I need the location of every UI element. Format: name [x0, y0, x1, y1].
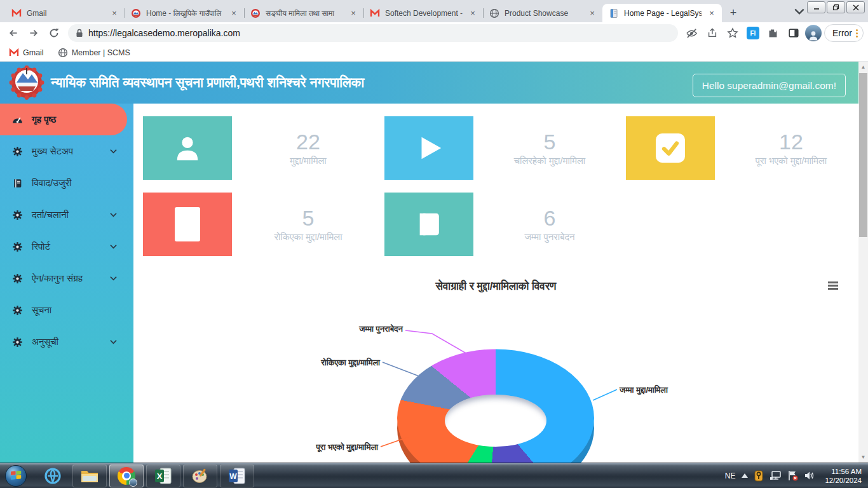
- action-center-flag-icon[interactable]: [787, 470, 798, 481]
- network-tray-icon[interactable]: [770, 471, 781, 481]
- chevron-down-icon: [110, 339, 117, 344]
- bookmarks-bar: Gmail Member | SCMS: [0, 44, 868, 62]
- profile-avatar[interactable]: [805, 25, 822, 41]
- sidebar-item[interactable]: रिपोर्ट: [0, 231, 133, 262]
- browser-tab-strip: Gmail × Home - लिखुपिके गाउँपालि × सङ्घी…: [0, 0, 868, 22]
- preview-eye-off-icon[interactable]: [683, 24, 701, 42]
- tab-close-icon[interactable]: ×: [109, 8, 119, 18]
- sidebar-item[interactable]: विवाद/उजुरी: [0, 167, 133, 199]
- system-tray: NE 11:56 AM 12/20/2024: [725, 467, 868, 485]
- extensions-puzzle-icon[interactable]: [764, 24, 782, 42]
- browser-tab[interactable]: Product Showcase ×: [483, 4, 602, 22]
- stat-value: 12: [779, 130, 803, 154]
- back-button[interactable]: [4, 24, 22, 42]
- window-close-button[interactable]: [846, 1, 865, 13]
- volume-tray-icon[interactable]: [804, 471, 815, 480]
- sidebar-item[interactable]: ऐन/कानुन संग्रह: [0, 262, 133, 294]
- browser-tab[interactable]: Gmail ×: [5, 4, 125, 22]
- chevron-down-icon: [110, 149, 117, 154]
- sidebar-item[interactable]: दर्ता/चलानी: [0, 199, 133, 231]
- user-greeting-button[interactable]: Hello superadmin@gmail.com!: [693, 74, 846, 97]
- hidden-icons-arrow[interactable]: [742, 473, 748, 478]
- browser-tab[interactable]: Home - लिखुपिके गाउँपालि ×: [125, 4, 244, 22]
- bookmark-item[interactable]: Gmail: [9, 48, 44, 58]
- browser-toolbar: https://legalcasedemo.meropalika.com FI …: [0, 22, 868, 44]
- bookmark-star-icon[interactable]: [724, 24, 742, 42]
- kebab-menu-icon: [856, 29, 858, 37]
- chevron-down-icon: [110, 244, 117, 249]
- browser-tab[interactable]: सङ्घीय मामिला तथा सामा ×: [244, 4, 363, 22]
- tab-title: Home Page - LegalSyste: [624, 9, 702, 18]
- start-button[interactable]: [5, 465, 27, 487]
- windows-taskbar: X W NE: [0, 463, 868, 488]
- globe-icon: [58, 48, 68, 58]
- sidebar-item-label: सूचना: [32, 304, 51, 316]
- play-icon: [414, 133, 444, 163]
- svg-text:W: W: [229, 472, 237, 481]
- gear-icon: [12, 273, 23, 284]
- share-icon[interactable]: [703, 24, 721, 42]
- page-scrollbar[interactable]: ▲ ▼: [858, 62, 868, 463]
- gmail-favicon: [11, 8, 22, 18]
- taskbar-internet-explorer-icon[interactable]: [36, 464, 70, 487]
- sidebar-item[interactable]: गृह पृष्ठ: [0, 104, 127, 135]
- taskbar-chrome-icon[interactable]: [109, 464, 144, 487]
- site-title: न्यायिक समिति व्यवस्थापन सूचना प्रणाली,प…: [51, 75, 364, 90]
- book-icon: [12, 178, 23, 189]
- scroll-down-arrow[interactable]: ▼: [858, 452, 868, 462]
- bookmark-label: Gmail: [23, 48, 44, 57]
- sidebar-item-label: ऐन/कानुन संग्रह: [32, 273, 83, 284]
- tab-list: Gmail × Home - लिखुपिके गाउँपालि × सङ्घी…: [5, 4, 742, 22]
- stat-value: 22: [296, 130, 320, 154]
- sidebar-item[interactable]: मुख्य सेटअप: [0, 135, 133, 167]
- extension-fi-icon[interactable]: FI: [744, 24, 762, 42]
- browser-tab[interactable]: Softech Development - ×: [363, 4, 483, 22]
- chevron-down-icon: [110, 276, 117, 281]
- language-indicator[interactable]: NE: [725, 471, 736, 480]
- svg-text:X: X: [157, 471, 163, 481]
- reload-button[interactable]: [45, 24, 63, 42]
- tab-title: Gmail: [27, 9, 104, 18]
- scrollbar-thumb[interactable]: [859, 73, 867, 237]
- taskbar-clock[interactable]: 11:56 AM 12/20/2024: [821, 467, 862, 485]
- forward-button[interactable]: [25, 24, 43, 42]
- user-icon: [173, 133, 202, 163]
- tab-close-icon[interactable]: ×: [348, 8, 358, 18]
- browser-error-menu-button[interactable]: Error: [824, 24, 864, 42]
- nepal-emblem-logo: [9, 65, 44, 100]
- tab-close-icon[interactable]: ×: [587, 8, 597, 18]
- tab-close-icon[interactable]: ×: [468, 8, 478, 18]
- nepal-emblem-favicon: [250, 8, 261, 18]
- tab-close-icon[interactable]: ×: [229, 8, 239, 18]
- tab-search-chevron-icon[interactable]: [794, 6, 804, 17]
- sidebar-item[interactable]: सूचना: [0, 294, 133, 326]
- sidebar-item[interactable]: अनुसूची: [0, 326, 133, 358]
- page-favicon: [609, 8, 619, 18]
- donut-chart: जम्मा पुनराबेदन रोकिएका मुद्दा/मामिला पू…: [133, 294, 858, 463]
- taskbar-excel-icon[interactable]: X: [146, 464, 180, 487]
- taskbar-paint-icon[interactable]: [183, 464, 217, 487]
- stat-icon-tile: [143, 116, 232, 180]
- window-minimize-button[interactable]: [807, 1, 825, 13]
- browser-tab[interactable]: Home Page - LegalSyste ×: [602, 4, 722, 22]
- stats-cards: 22 मुद्दा/मामिला 5 चलिरहेको मुद्दा/मामिल…: [143, 116, 858, 256]
- scroll-up-arrow[interactable]: ▲: [858, 62, 868, 72]
- dashboard-icon: [12, 114, 23, 125]
- taskbar-file-explorer-icon[interactable]: [72, 464, 107, 487]
- new-tab-button[interactable]: +: [724, 4, 742, 22]
- tab-close-icon[interactable]: ×: [707, 8, 717, 18]
- gear-icon: [12, 210, 23, 220]
- taskbar-word-icon[interactable]: W: [220, 464, 254, 487]
- chart-context-menu-icon[interactable]: [828, 281, 838, 291]
- bookmark-label: Member | SCMS: [72, 48, 130, 57]
- window-restore-button[interactable]: [827, 1, 845, 13]
- bookmark-item[interactable]: Member | SCMS: [58, 48, 130, 58]
- donut-hole: [445, 395, 546, 447]
- sidebar-nav: गृह पृष्ठ मुख्य सेटअप विवाद/उजुरी दर्ता/…: [0, 104, 133, 463]
- address-bar[interactable]: https://legalcasedemo.meropalika.com: [68, 24, 678, 42]
- stat-label: मुद्दा/मामिला: [290, 155, 326, 166]
- stat-icon-tile: [384, 193, 473, 256]
- security-key-tray-icon[interactable]: [754, 470, 763, 482]
- stat-card: 12 पूरा भएको मुद्दा/मामिला: [626, 116, 858, 180]
- side-panel-icon[interactable]: [785, 24, 803, 42]
